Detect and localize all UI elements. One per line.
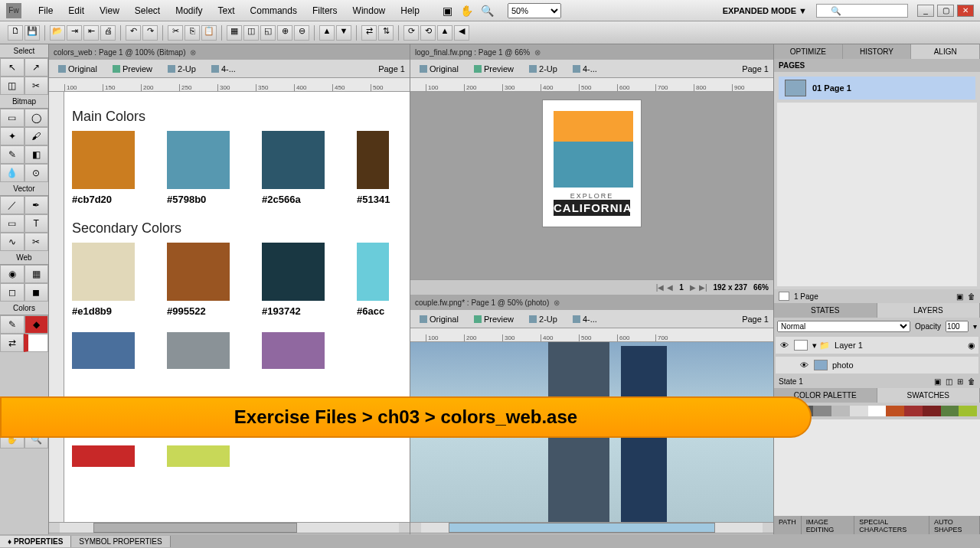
doc-tab-couple[interactable]: couple.fw.png* : Page 1 @ 50% (photo) xyxy=(415,298,549,307)
zoom-select[interactable]: 50% xyxy=(508,3,561,18)
view-preview[interactable]: Preview xyxy=(469,313,518,325)
new-bitmap-icon[interactable]: ⊞ xyxy=(957,377,963,386)
delete-layer-icon[interactable]: 🗑 xyxy=(968,377,975,386)
subselect-tool[interactable]: ↗ xyxy=(24,58,49,77)
view-4up[interactable]: 4-... xyxy=(207,63,240,75)
flip-v-icon[interactable]: ⇅ xyxy=(378,25,394,41)
menu-filters[interactable]: Filters xyxy=(305,2,345,19)
group-icon[interactable]: ◫ xyxy=(243,25,259,41)
flip-h-icon[interactable]: ⇄ xyxy=(361,25,377,41)
menu-view[interactable]: View xyxy=(92,2,127,19)
rect-tool[interactable]: ▭ xyxy=(0,214,24,233)
view-preview[interactable]: Preview xyxy=(469,63,518,75)
print-icon[interactable]: 🖨 xyxy=(100,25,116,41)
open-icon[interactable]: 📂 xyxy=(50,25,65,41)
search-input[interactable] xyxy=(816,4,908,18)
doc-tab-colors[interactable]: colors_web : Page 1 @ 100% (Bitmap) xyxy=(54,48,185,57)
wand-tool[interactable]: ✦ xyxy=(0,127,24,145)
delete-page-icon[interactable]: 🗑 xyxy=(968,292,975,301)
tab-symbol-properties[interactable]: SYMBOL PROPERTIES xyxy=(71,536,170,547)
close-icon[interactable]: ⊗ xyxy=(554,298,560,307)
menu-help[interactable]: Help xyxy=(393,2,427,19)
tab-align[interactable]: ALIGN xyxy=(911,44,980,59)
save-icon[interactable]: 💾 xyxy=(24,25,40,41)
align-icon[interactable]: ▦ xyxy=(227,25,242,41)
mirror-h-icon[interactable]: ▲ xyxy=(437,25,452,41)
tab-states[interactable]: STATES xyxy=(774,303,877,318)
workspace-mode[interactable]: EXPANDED MODE ▼ xyxy=(723,6,807,15)
fill-color[interactable]: ◆ xyxy=(24,315,49,334)
view-original[interactable]: Original xyxy=(415,63,463,75)
undo-icon[interactable]: ↶ xyxy=(126,25,141,41)
stroke-color[interactable]: ✎ xyxy=(0,315,24,334)
rotate-ccw-icon[interactable]: ⟲ xyxy=(420,25,436,41)
tab-properties[interactable]: ♦ PROPERTIES xyxy=(0,536,71,547)
split-icon[interactable]: ⊖ xyxy=(294,25,309,41)
canvas-logo[interactable]: EXPLORE CALIFORNIA xyxy=(410,92,773,279)
new-icon[interactable]: 🗋 xyxy=(8,25,23,41)
visibility-icon[interactable]: 👁 xyxy=(779,341,789,350)
lasso-tool[interactable]: ◯ xyxy=(24,109,49,127)
hotspot-tool[interactable]: ◉ xyxy=(0,265,24,283)
tab-optimize[interactable]: OPTIMIZE xyxy=(774,44,843,59)
mirror-v-icon[interactable]: ◀ xyxy=(454,25,469,41)
blend-mode-select[interactable]: Normal xyxy=(777,321,910,332)
page-item-01[interactable]: 01 Page 1 xyxy=(779,77,975,99)
front-icon[interactable]: ▲ xyxy=(319,25,335,41)
tab-auto-shapes[interactable]: AUTO SHAPES xyxy=(929,516,980,536)
swap-colors[interactable]: ⇄ xyxy=(0,334,24,352)
line-tool[interactable]: ／ xyxy=(0,196,24,214)
tab-swatches[interactable]: SWATCHES xyxy=(877,388,981,403)
minimize-button[interactable]: _ xyxy=(917,5,934,17)
new-layer-icon[interactable]: ▣ xyxy=(934,377,941,386)
menu-file[interactable]: File xyxy=(31,2,60,19)
canvas-colors[interactable]: Main Colors #cb7d20 #5798b0 #2c566a #513… xyxy=(64,92,410,522)
back-icon[interactable]: ▼ xyxy=(336,25,351,41)
slice-tool[interactable]: ▦ xyxy=(24,265,49,283)
visibility-icon[interactable]: 👁 xyxy=(799,360,809,370)
opacity-input[interactable] xyxy=(946,321,969,332)
view-original[interactable]: Original xyxy=(54,63,102,75)
menu-commands[interactable]: Commands xyxy=(243,2,305,19)
close-button[interactable]: ✕ xyxy=(957,5,974,17)
tab-image-editing[interactable]: IMAGE EDITING xyxy=(802,516,854,536)
view-4up[interactable]: 4-... xyxy=(568,313,602,325)
view-2up[interactable]: 2-Up xyxy=(524,63,562,75)
target-icon[interactable]: ◉ xyxy=(968,341,975,351)
tab-layers[interactable]: LAYERS xyxy=(877,303,981,318)
show-slices-tool[interactable]: ◼ xyxy=(24,283,49,302)
close-icon[interactable]: ⊗ xyxy=(534,48,541,57)
menu-edit[interactable]: Edit xyxy=(60,2,92,19)
view-2up[interactable]: 2-Up xyxy=(163,63,201,75)
import-icon[interactable]: ⇥ xyxy=(67,25,82,41)
blur-tool[interactable]: 💧 xyxy=(0,164,24,182)
crop-tool[interactable]: ✂ xyxy=(24,77,49,95)
hscroll-colors[interactable] xyxy=(49,522,410,533)
ungroup-icon[interactable]: ◱ xyxy=(260,25,276,41)
stamp-tool[interactable]: ⊙ xyxy=(24,164,49,182)
hide-slices-tool[interactable]: ◻ xyxy=(0,283,24,302)
tab-history[interactable]: HISTORY xyxy=(843,44,912,59)
cut-icon[interactable]: ✂ xyxy=(168,25,183,41)
freeform-tool[interactable]: ∿ xyxy=(0,233,24,251)
new-page-icon[interactable]: ▣ xyxy=(956,292,963,301)
zoom-icon[interactable]: 🔍 xyxy=(481,5,494,17)
brush-tool[interactable]: 🖌 xyxy=(24,127,49,145)
layer-photo[interactable]: 👁 photo xyxy=(776,357,978,373)
rotate-icon[interactable]: ⟳ xyxy=(403,25,419,41)
redo-icon[interactable]: ↷ xyxy=(142,25,158,41)
opacity-dropdown-icon[interactable]: ▾ xyxy=(973,322,977,331)
pencil-tool[interactable]: ✎ xyxy=(0,145,24,164)
tab-special-chars[interactable]: SPECIAL CHARACTERS xyxy=(854,516,929,536)
default-colors[interactable] xyxy=(24,334,48,352)
marquee-tool[interactable]: ▭ xyxy=(0,109,24,127)
knife-tool[interactable]: ✂ xyxy=(24,233,49,251)
close-icon[interactable]: ⊗ xyxy=(190,48,196,57)
new-sublayer-icon[interactable]: ◫ xyxy=(946,377,952,386)
pen-tool[interactable]: ✒ xyxy=(24,196,49,214)
pointer-tool[interactable]: ↖ xyxy=(0,58,24,77)
paste-icon[interactable]: 📋 xyxy=(201,25,217,41)
copy-icon[interactable]: ⎘ xyxy=(185,25,200,41)
text-tool[interactable]: T xyxy=(24,214,49,233)
view-2up[interactable]: 2-Up xyxy=(524,313,562,325)
